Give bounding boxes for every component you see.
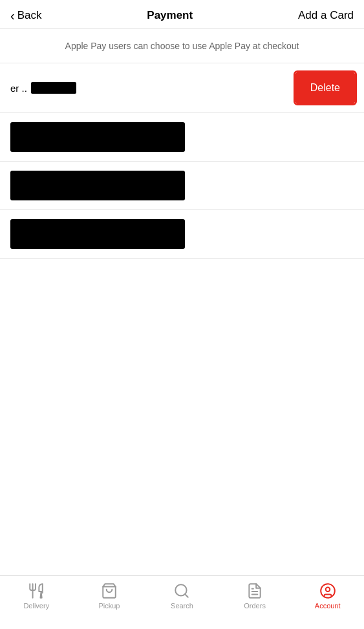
- tab-search[interactable]: Search: [145, 582, 219, 610]
- card-label-area: er ..: [10, 82, 76, 94]
- delete-button[interactable]: Delete: [297, 74, 354, 102]
- info-banner-text: Apple Pay users can choose to use Apple …: [65, 41, 299, 51]
- redacted-block-2: [10, 171, 185, 200]
- redacted-row-3: [0, 210, 364, 259]
- page-title: Payment: [147, 9, 193, 22]
- back-button[interactable]: ‹ Back: [10, 9, 41, 22]
- back-chevron-icon: ‹: [10, 9, 15, 22]
- tab-account[interactable]: Account: [291, 582, 364, 610]
- info-banner: Apple Pay users can choose to use Apple …: [0, 29, 364, 63]
- delete-button-wrapper: Delete: [297, 74, 354, 102]
- orders-icon: [246, 582, 263, 599]
- account-icon: [319, 582, 336, 599]
- svg-point-7: [325, 588, 330, 592]
- tab-pickup-label: Pickup: [98, 602, 120, 610]
- svg-point-6: [321, 584, 335, 598]
- tab-orders-label: Orders: [244, 602, 266, 610]
- search-icon: [173, 582, 190, 599]
- tab-search-label: Search: [171, 602, 193, 610]
- tab-delivery-label: Delivery: [23, 602, 49, 610]
- tab-delivery[interactable]: Delivery: [0, 582, 73, 610]
- bottom-tab-bar: Delivery Pickup Search Orders: [0, 575, 364, 629]
- back-label: Back: [17, 9, 42, 22]
- redacted-row-2: [0, 162, 364, 210]
- svg-line-3: [186, 594, 189, 597]
- redacted-row-1: [0, 113, 364, 162]
- utensils-icon: [28, 582, 45, 599]
- top-nav: ‹ Back Payment Add a Card: [0, 0, 364, 29]
- tab-account-label: Account: [315, 602, 341, 610]
- redacted-block-3: [10, 219, 185, 249]
- card-number-redacted: [31, 82, 76, 94]
- add-card-button[interactable]: Add a Card: [298, 9, 354, 22]
- card-prefix: er ..: [10, 83, 27, 94]
- tab-orders[interactable]: Orders: [219, 582, 292, 610]
- redacted-block-1: [10, 122, 185, 152]
- bag-icon: [101, 582, 118, 599]
- card-row: er .. Delete: [0, 63, 364, 113]
- tab-pickup[interactable]: Pickup: [73, 582, 146, 610]
